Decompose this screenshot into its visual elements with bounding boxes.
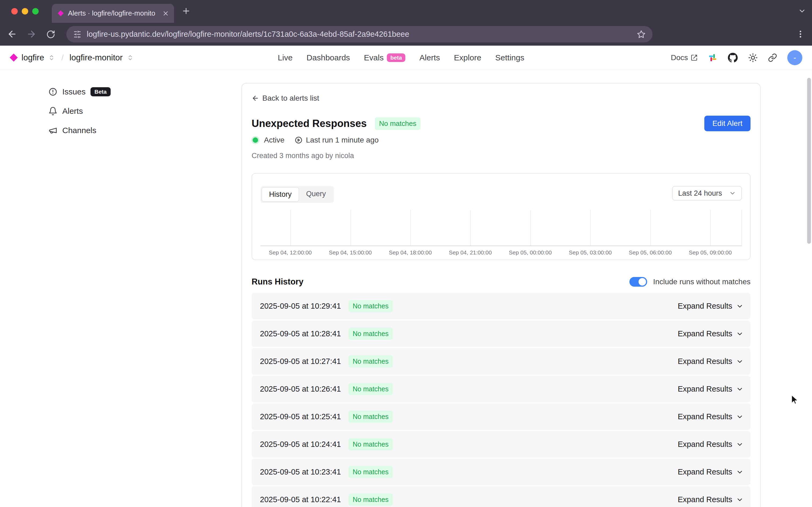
nav-dashboards[interactable]: Dashboards [307,53,350,62]
chart-header: History Query Last 24 hours [261,186,742,203]
run-timestamp: 2025-09-05 at 10:25:41 [260,412,341,421]
x-tick-label: Sep 04, 21:00:00 [449,249,492,256]
expand-results-label: Expand Results [678,467,732,476]
address-bar[interactable]: logfire-us.pydantic.dev/logfire/logfire-… [66,26,652,42]
expand-results-label: Expand Results [678,329,732,338]
last-run-label: Last run 1 minute ago [306,136,379,145]
run-no-matches-badge: No matches [348,466,393,478]
nav-settings[interactable]: Settings [495,53,524,62]
github-icon[interactable] [728,53,738,63]
expand-results-button[interactable]: Expand Results [678,440,744,449]
issues-icon [48,87,57,96]
expand-results-label: Expand Results [678,495,732,504]
sidebar-alerts-label: Alerts [62,107,83,116]
browser-menu-icon[interactable] [796,30,805,39]
last-run: Last run 1 minute ago [294,136,379,145]
chevron-down-icon [736,385,744,393]
nav-settings-label: Settings [495,53,524,62]
slack-icon[interactable] [708,53,717,62]
chevron-down-icon [736,302,744,310]
run-timestamp: 2025-09-05 at 10:23:41 [260,467,341,476]
expand-results-button[interactable]: Expand Results [678,329,744,338]
back-to-alerts-link[interactable]: Back to alerts list [252,93,751,103]
expand-results-button[interactable]: Expand Results [678,467,744,476]
expand-results-label: Expand Results [678,302,732,311]
run-row: 2025-09-05 at 10:29:41 No matches Expand… [252,293,751,320]
org-chevrons-icon[interactable] [48,54,55,61]
alert-title-row: Unexpected Responses No matches Edit Ale… [252,115,751,132]
window-close-button[interactable] [11,8,18,14]
forward-button-icon[interactable] [26,29,37,39]
alert-status-row: Active Last run 1 minute ago [252,134,751,146]
nav-live[interactable]: Live [278,53,293,62]
browser-toolbar: logfire-us.pydantic.dev/logfire/logfire-… [0,23,812,46]
time-range-select[interactable]: Last 24 hours [672,186,742,201]
sidebar-item-issues[interactable]: Issues Beta [48,82,241,102]
project-chevrons-icon[interactable] [127,54,133,61]
sidebar: Issues Beta Alerts Channels [0,70,241,140]
tab-search-chevron-icon[interactable] [798,7,806,15]
expand-results-button[interactable]: Expand Results [678,357,744,366]
nav-evals[interactable]: Evals beta [364,53,405,62]
bookmark-star-icon[interactable] [637,30,646,39]
docs-label: Docs [671,53,688,62]
bell-icon [48,107,57,116]
sidebar-item-channels[interactable]: Channels [48,121,241,140]
expand-results-button[interactable]: Expand Results [678,412,744,421]
header-actions: Docs - [671,50,802,65]
sidebar-item-alerts[interactable]: Alerts [48,102,241,121]
expand-results-button[interactable]: Expand Results [678,302,744,311]
run-timestamp: 2025-09-05 at 10:28:41 [260,329,341,338]
expand-results-button[interactable]: Expand Results [678,385,744,393]
tab-strip: Alerts · logfire/logfire-monito [0,0,812,23]
run-timestamp: 2025-09-05 at 10:22:41 [260,495,341,504]
browser-tab[interactable]: Alerts · logfire/logfire-monito [52,4,174,23]
run-row: 2025-09-05 at 10:23:41 No matches Expand… [252,459,751,485]
run-no-matches-badge: No matches [348,438,393,450]
run-timestamp: 2025-09-05 at 10:27:41 [260,357,341,366]
runs-list: 2025-09-05 at 10:29:41 No matches Expand… [252,293,751,507]
page-scrollbar-thumb[interactable] [807,78,811,244]
nav-explore[interactable]: Explore [454,53,481,62]
history-chart-panel: History Query Last 24 hours Sep 04, 12:0… [252,173,751,260]
evals-beta-badge: beta [387,53,405,62]
browser-chrome: Alerts · logfire/logfire-monito logfire-… [0,0,812,46]
nav-live-label: Live [278,53,293,62]
window-zoom-button[interactable] [32,8,39,14]
nav-alerts[interactable]: Alerts [420,53,440,62]
back-button-icon[interactable] [7,29,17,39]
x-tick-label: Sep 04, 12:00:00 [269,249,312,256]
alert-detail-panel: Back to alerts list Unexpected Responses… [241,83,761,507]
x-tick-label: Sep 05, 03:00:00 [569,249,612,256]
chart-gridline [350,210,351,245]
chevron-down-icon [736,330,744,338]
edit-alert-button[interactable]: Edit Alert [704,116,751,131]
new-tab-button[interactable] [181,6,191,15]
user-avatar[interactable]: - [787,50,802,65]
project-selector[interactable]: logfire-monitor [69,53,123,62]
chart-gridline [530,210,531,245]
share-link-icon[interactable] [768,53,777,62]
run-no-matches-badge: No matches [348,494,393,506]
org-selector[interactable]: logfire [21,53,44,62]
expand-results-label: Expand Results [678,385,732,393]
expand-results-button[interactable]: Expand Results [678,495,744,504]
include-runs-toggle[interactable] [630,277,647,287]
reload-button-icon[interactable] [46,30,55,39]
docs-link[interactable]: Docs [671,53,698,62]
runs-filter: Include runs without matches [630,277,751,287]
window-minimize-button[interactable] [22,8,28,14]
chevron-down-icon [736,468,744,476]
tab-history[interactable]: History [262,187,299,202]
runs-history-heading: Runs History [252,277,304,287]
theme-sun-icon[interactable] [748,53,758,62]
x-tick-label: Sep 04, 15:00:00 [329,249,372,256]
site-settings-icon[interactable] [73,30,82,38]
run-timestamp: 2025-09-05 at 10:29:41 [260,302,341,311]
x-tick-label: Sep 05, 00:00:00 [509,249,552,256]
runs-history-header: Runs History Include runs without matche… [252,276,751,288]
chart-gridline [470,210,471,245]
tab-close-icon[interactable] [162,10,169,17]
run-no-matches-badge: No matches [348,411,393,423]
tab-query[interactable]: Query [299,187,333,202]
